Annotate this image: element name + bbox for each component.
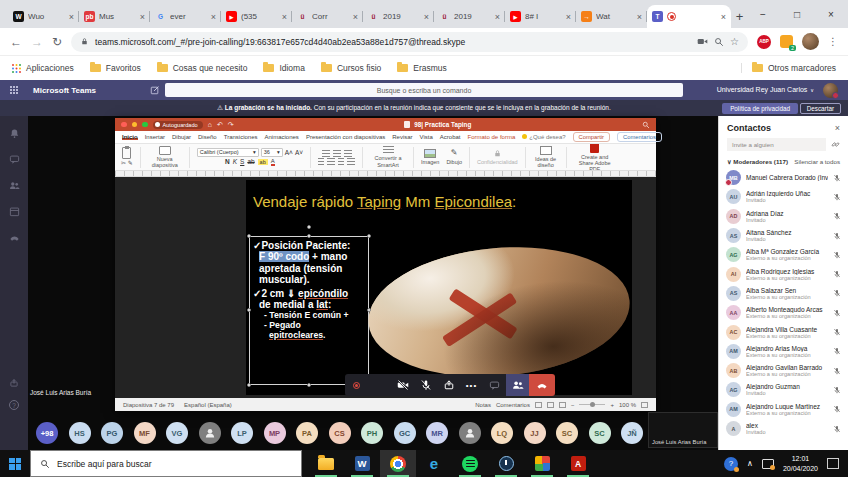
mic-muted-icon[interactable]: [833, 270, 841, 278]
undo-icon[interactable]: ↶: [217, 121, 223, 129]
font-color-button[interactable]: A: [271, 158, 275, 167]
contact-row[interactable]: AMAlejandro Arias MoyaExterno a su organ…: [719, 342, 848, 361]
ribbon-tab[interactable]: Revisar: [392, 134, 412, 140]
strikethrough-button[interactable]: ab: [247, 158, 254, 165]
mac-minimize-icon[interactable]: [132, 122, 138, 128]
mic-muted-icon[interactable]: [833, 347, 841, 355]
tab-close-icon[interactable]: ×: [140, 12, 145, 22]
align-center-icon[interactable]: [327, 158, 335, 165]
smartart-button[interactable]: Convertir a SmartArt: [370, 146, 406, 167]
participant-avatar[interactable]: VG: [166, 422, 188, 444]
browser-tab[interactable]: →Wat×: [576, 5, 647, 28]
align-right-icon[interactable]: [338, 158, 344, 165]
participant-avatar[interactable]: LP: [231, 422, 253, 444]
contact-row[interactable]: AUAdrián Izquierdo UñacInvitado: [719, 187, 848, 206]
tell-me-box[interactable]: ¿Qué desea?: [522, 134, 565, 140]
browser-tab[interactable]: pbMus×: [79, 5, 150, 28]
self-video-tile[interactable]: José Luis Arias Buría: [648, 412, 718, 448]
waffle-icon[interactable]: [10, 86, 18, 94]
participant-avatar[interactable]: GC: [394, 422, 416, 444]
teams-search-input[interactable]: Busque o escriba un comando: [165, 83, 683, 97]
mic-muted-icon[interactable]: [833, 386, 841, 394]
bold-button[interactable]: N: [225, 158, 230, 165]
zoom-slider-thumb[interactable]: [590, 402, 595, 407]
taskbar-clock[interactable]: 12:01 20/04/2020: [783, 454, 818, 472]
taskbar-search[interactable]: Escribe aquí para buscar: [30, 450, 302, 477]
redo-icon[interactable]: ↷: [228, 121, 234, 129]
bookmark-folder[interactable]: Idioma: [263, 63, 305, 73]
rotate-handle[interactable]: [307, 225, 311, 229]
ppt-search-icon[interactable]: [642, 121, 650, 129]
show-hidden-icons[interactable]: ∧: [747, 459, 753, 468]
slideshow-view-icon[interactable]: [559, 402, 566, 408]
zoom-slider[interactable]: [579, 404, 605, 406]
pen-settings-icon[interactable]: [762, 459, 774, 469]
bookmark-folder[interactable]: Cursos fisio: [321, 63, 381, 73]
shrink-font-button[interactable]: A˅: [295, 149, 303, 156]
teams-icon[interactable]: [9, 180, 20, 191]
chrome-button[interactable]: [380, 450, 416, 477]
ribbon-tab[interactable]: Animaciones: [265, 134, 299, 140]
mac-zoom-icon[interactable]: [142, 122, 148, 128]
mic-muted-icon[interactable]: [833, 193, 841, 201]
browser-tab[interactable]: üCorr×: [292, 5, 363, 28]
mic-muted-icon[interactable]: [833, 251, 841, 259]
new-tab-button[interactable]: +: [733, 5, 746, 27]
resize-handle[interactable]: [307, 383, 311, 387]
tab-close-icon[interactable]: ×: [637, 12, 642, 22]
participant-avatar[interactable]: PH: [361, 422, 383, 444]
paste-group[interactable]: ✂ ✎: [121, 147, 133, 167]
mic-muted-icon[interactable]: [833, 405, 841, 413]
ribbon-tab-inicio[interactable]: Inicio: [122, 134, 138, 140]
zoom-in-button[interactable]: +: [610, 402, 614, 408]
home-icon[interactable]: ⌂: [208, 121, 212, 128]
action-center-icon[interactable]: [827, 458, 839, 469]
participant-avatar-anonymous[interactable]: [459, 422, 481, 444]
apps-icon[interactable]: [9, 378, 19, 388]
ribbon-tab[interactable]: Dibujar: [172, 134, 191, 140]
underline-button[interactable]: S: [240, 158, 244, 165]
chat-button[interactable]: [483, 374, 506, 396]
participant-avatar[interactable]: PA: [296, 422, 318, 444]
edge-button[interactable]: e: [416, 450, 452, 477]
contact-row[interactable]: AMAlejandro Luque MartinezExterno a su o…: [719, 400, 848, 419]
contact-row[interactable]: AGAlejandro GuzmanInvitado: [719, 380, 848, 399]
browser-tab[interactable]: ü2019×: [434, 5, 505, 28]
bookmark-folder[interactable]: Cosas que necesito: [157, 63, 248, 73]
autosave-toggle[interactable]: Autoguardado: [153, 121, 203, 129]
notes-button[interactable]: Notas: [475, 402, 491, 408]
contact-row[interactable]: AAAlberto Monteagudo ArcasExterno a su o…: [719, 303, 848, 322]
participant-avatar[interactable]: MR: [426, 422, 448, 444]
image-button[interactable]: Imagen: [421, 149, 439, 165]
address-bar[interactable]: teams.microsoft.com/_#/pre-join-calling/…: [71, 32, 748, 52]
normal-view-icon[interactable]: [535, 402, 542, 408]
contact-row[interactable]: ADAdriana DíazInvitado: [719, 207, 848, 226]
numbered-list-icon[interactable]: [333, 150, 341, 157]
ribbon-tab[interactable]: Insertar: [145, 134, 165, 140]
participant-avatar[interactable]: MP: [264, 422, 286, 444]
mic-muted-icon[interactable]: [833, 212, 841, 220]
calendar-icon[interactable]: [9, 206, 20, 217]
tab-close-icon[interactable]: ×: [211, 12, 216, 22]
mute-all-button[interactable]: Silenciar a todos: [794, 158, 840, 165]
justify-icon[interactable]: [347, 158, 355, 165]
resize-handle[interactable]: [247, 383, 251, 387]
zoom-out-button[interactable]: −: [571, 402, 575, 408]
maximize-button[interactable]: □: [780, 9, 814, 20]
participant-avatar[interactable]: SC: [556, 422, 578, 444]
invite-input[interactable]: Invite a alguien: [727, 138, 826, 151]
font-size-select[interactable]: 36▾: [261, 148, 283, 157]
contact-row[interactable]: ACAlejandra Villa CuasanteExterno a su o…: [719, 322, 848, 341]
tab-close-icon[interactable]: ×: [282, 12, 287, 22]
mic-muted-icon[interactable]: [833, 289, 841, 297]
browser-tab[interactable]: ▶(535×: [221, 5, 292, 28]
clock-app-button[interactable]: [488, 450, 524, 477]
adblock-extension-icon[interactable]: ABP: [757, 35, 771, 49]
contact-row[interactable]: ABAlejandro Gavilan BarradoExterno a su …: [719, 361, 848, 380]
moderators-section-header[interactable]: ∨ Moderadores (117): [727, 158, 788, 165]
browser-tab-active-teams[interactable]: T×: [647, 5, 731, 28]
bullet-list-icon[interactable]: [322, 150, 330, 157]
teams-user-avatar[interactable]: [823, 83, 838, 98]
highlight-button[interactable]: ab: [258, 159, 268, 165]
design-ideas-button[interactable]: Ideas de diseño: [533, 146, 559, 168]
